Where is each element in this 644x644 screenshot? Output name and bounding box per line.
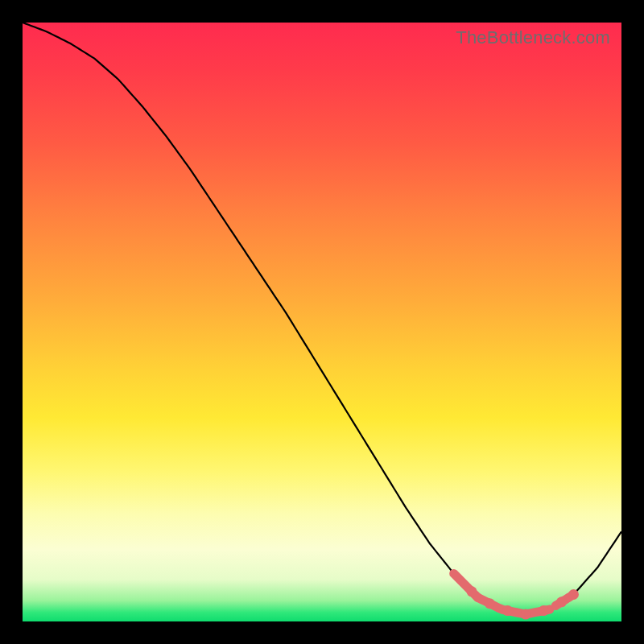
accent-dot [556,597,567,607]
accent-dot [485,598,495,609]
accent-dot [520,609,530,620]
accent-dot [539,605,549,616]
accent-dot [502,605,513,616]
optimal-range-accent [454,573,579,619]
accent-dot [467,586,477,597]
accent-dot [568,589,579,600]
chart-frame: TheBottleneck.com [0,0,644,644]
curve-svg [23,23,621,621]
bottleneck-curve [23,23,621,614]
plot-area: TheBottleneck.com [23,23,621,621]
